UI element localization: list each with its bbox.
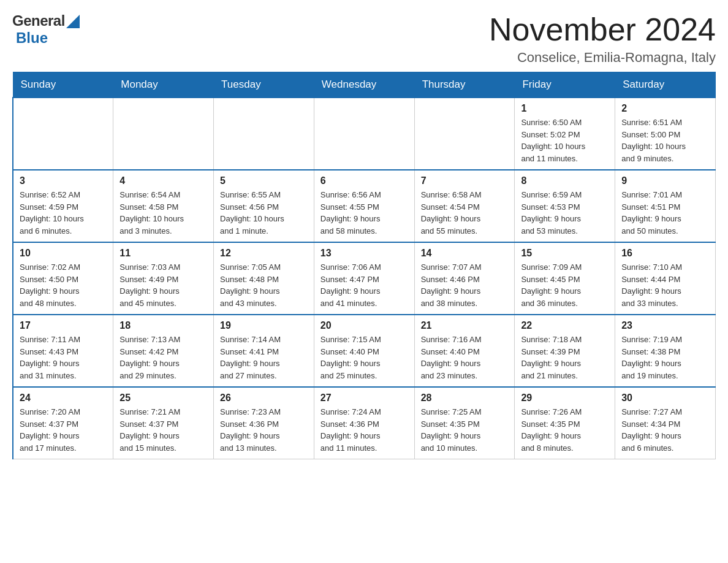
day-info: Sunrise: 6:59 AMSunset: 4:53 PMDaylight:…: [521, 189, 609, 237]
calendar-cell: [13, 98, 113, 170]
day-number: 10: [20, 248, 107, 259]
day-number: 5: [220, 175, 308, 186]
day-number: 4: [119, 175, 207, 186]
day-info: Sunrise: 7:14 AMSunset: 4:41 PMDaylight:…: [220, 334, 308, 381]
day-number: 24: [20, 393, 107, 404]
day-number: 19: [220, 320, 308, 331]
calendar-table: Sunday Monday Tuesday Wednesday Thursday…: [12, 72, 716, 459]
day-info: Sunrise: 7:15 AMSunset: 4:40 PMDaylight:…: [320, 334, 408, 381]
logo-general-text: General: [12, 12, 65, 29]
day-number: 29: [521, 393, 609, 404]
day-info: Sunrise: 7:11 AMSunset: 4:43 PMDaylight:…: [20, 334, 107, 381]
day-info: Sunrise: 6:54 AMSunset: 4:58 PMDaylight:…: [119, 189, 207, 237]
calendar-cell: 20Sunrise: 7:15 AMSunset: 4:40 PMDayligh…: [314, 315, 414, 387]
page-header: General Blue November 2024 Conselice, Em…: [12, 12, 716, 66]
calendar-cell: 9Sunrise: 7:01 AMSunset: 4:51 PMDaylight…: [615, 170, 716, 242]
header-sunday: Sunday: [13, 72, 113, 98]
day-info: Sunrise: 7:21 AMSunset: 4:37 PMDaylight:…: [119, 406, 207, 454]
day-info: Sunrise: 7:03 AMSunset: 4:49 PMDaylight:…: [119, 261, 207, 309]
day-number: 12: [220, 248, 308, 259]
calendar-cell: 18Sunrise: 7:13 AMSunset: 4:42 PMDayligh…: [113, 315, 214, 387]
day-number: 9: [621, 175, 709, 186]
calendar-cell: 28Sunrise: 7:25 AMSunset: 4:35 PMDayligh…: [414, 387, 515, 459]
calendar-cell: 19Sunrise: 7:14 AMSunset: 4:41 PMDayligh…: [214, 315, 314, 387]
header-saturday: Saturday: [615, 72, 716, 98]
day-info: Sunrise: 6:51 AMSunset: 5:00 PMDaylight:…: [621, 117, 709, 164]
day-number: 22: [521, 320, 609, 331]
day-number: 30: [621, 393, 709, 404]
day-info: Sunrise: 7:10 AMSunset: 4:44 PMDaylight:…: [621, 261, 709, 309]
calendar-cell: 24Sunrise: 7:20 AMSunset: 4:37 PMDayligh…: [13, 387, 113, 459]
calendar-cell: [113, 98, 214, 170]
day-info: Sunrise: 6:50 AMSunset: 5:02 PMDaylight:…: [521, 117, 609, 164]
day-number: 28: [421, 393, 509, 404]
calendar-cell: 26Sunrise: 7:23 AMSunset: 4:36 PMDayligh…: [214, 387, 314, 459]
calendar-cell: 14Sunrise: 7:07 AMSunset: 4:46 PMDayligh…: [414, 242, 515, 315]
calendar-cell: 29Sunrise: 7:26 AMSunset: 4:35 PMDayligh…: [515, 387, 615, 459]
header-thursday: Thursday: [414, 72, 515, 98]
day-info: Sunrise: 6:56 AMSunset: 4:55 PMDaylight:…: [320, 189, 408, 237]
day-number: 14: [421, 248, 509, 259]
day-number: 15: [521, 248, 609, 259]
week-row-2: 3Sunrise: 6:52 AMSunset: 4:59 PMDaylight…: [13, 170, 716, 242]
day-info: Sunrise: 7:02 AMSunset: 4:50 PMDaylight:…: [20, 261, 107, 309]
calendar-cell: 3Sunrise: 6:52 AMSunset: 4:59 PMDaylight…: [13, 170, 113, 242]
day-number: 25: [119, 393, 207, 404]
logo-triangle-icon: [66, 15, 80, 28]
day-number: 18: [119, 320, 207, 331]
calendar-cell: 25Sunrise: 7:21 AMSunset: 4:37 PMDayligh…: [113, 387, 214, 459]
calendar-cell: [314, 98, 414, 170]
day-info: Sunrise: 7:13 AMSunset: 4:42 PMDaylight:…: [119, 334, 207, 381]
day-number: 2: [621, 103, 709, 114]
day-info: Sunrise: 7:09 AMSunset: 4:45 PMDaylight:…: [521, 261, 609, 309]
header-tuesday: Tuesday: [214, 72, 314, 98]
day-number: 20: [320, 320, 408, 331]
day-info: Sunrise: 6:52 AMSunset: 4:59 PMDaylight:…: [20, 189, 107, 237]
day-number: 1: [521, 103, 609, 114]
week-row-3: 10Sunrise: 7:02 AMSunset: 4:50 PMDayligh…: [13, 242, 716, 315]
day-number: 21: [421, 320, 509, 331]
calendar-cell: 21Sunrise: 7:16 AMSunset: 4:40 PMDayligh…: [414, 315, 515, 387]
day-info: Sunrise: 7:20 AMSunset: 4:37 PMDaylight:…: [20, 406, 107, 454]
day-number: 3: [20, 175, 107, 186]
day-number: 8: [521, 175, 609, 186]
calendar-cell: 13Sunrise: 7:06 AMSunset: 4:47 PMDayligh…: [314, 242, 414, 315]
calendar-cell: 2Sunrise: 6:51 AMSunset: 5:00 PMDaylight…: [615, 98, 716, 170]
calendar-cell: 30Sunrise: 7:27 AMSunset: 4:34 PMDayligh…: [615, 387, 716, 459]
calendar-cell: 23Sunrise: 7:19 AMSunset: 4:38 PMDayligh…: [615, 315, 716, 387]
header-friday: Friday: [515, 72, 615, 98]
day-number: 7: [421, 175, 509, 186]
header-wednesday: Wednesday: [314, 72, 414, 98]
day-info: Sunrise: 7:23 AMSunset: 4:36 PMDaylight:…: [220, 406, 308, 454]
day-info: Sunrise: 7:19 AMSunset: 4:38 PMDaylight:…: [621, 334, 709, 381]
week-row-1: 1Sunrise: 6:50 AMSunset: 5:02 PMDaylight…: [13, 98, 716, 170]
title-section: November 2024 Conselice, Emilia-Romagna,…: [489, 12, 716, 66]
calendar-cell: 17Sunrise: 7:11 AMSunset: 4:43 PMDayligh…: [13, 315, 113, 387]
day-info: Sunrise: 6:55 AMSunset: 4:56 PMDaylight:…: [220, 189, 308, 237]
month-title: November 2024: [489, 12, 716, 47]
day-info: Sunrise: 6:58 AMSunset: 4:54 PMDaylight:…: [421, 189, 509, 237]
calendar-cell: 10Sunrise: 7:02 AMSunset: 4:50 PMDayligh…: [13, 242, 113, 315]
day-number: 26: [220, 393, 308, 404]
day-info: Sunrise: 7:26 AMSunset: 4:35 PMDaylight:…: [521, 406, 609, 454]
weekday-header-row: Sunday Monday Tuesday Wednesday Thursday…: [13, 72, 716, 98]
day-info: Sunrise: 7:06 AMSunset: 4:47 PMDaylight:…: [320, 261, 408, 309]
day-number: 17: [20, 320, 107, 331]
week-row-5: 24Sunrise: 7:20 AMSunset: 4:37 PMDayligh…: [13, 387, 716, 459]
day-number: 6: [320, 175, 408, 186]
calendar-cell: 12Sunrise: 7:05 AMSunset: 4:48 PMDayligh…: [214, 242, 314, 315]
calendar-cell: 15Sunrise: 7:09 AMSunset: 4:45 PMDayligh…: [515, 242, 615, 315]
calendar-cell: 6Sunrise: 6:56 AMSunset: 4:55 PMDaylight…: [314, 170, 414, 242]
day-info: Sunrise: 7:27 AMSunset: 4:34 PMDaylight:…: [621, 406, 709, 454]
week-row-4: 17Sunrise: 7:11 AMSunset: 4:43 PMDayligh…: [13, 315, 716, 387]
day-number: 13: [320, 248, 408, 259]
location-title: Conselice, Emilia-Romagna, Italy: [489, 50, 716, 66]
calendar-cell: 7Sunrise: 6:58 AMSunset: 4:54 PMDaylight…: [414, 170, 515, 242]
logo-blue-text: Blue: [16, 29, 48, 46]
day-number: 16: [621, 248, 709, 259]
day-info: Sunrise: 7:01 AMSunset: 4:51 PMDaylight:…: [621, 189, 709, 237]
calendar-cell: 22Sunrise: 7:18 AMSunset: 4:39 PMDayligh…: [515, 315, 615, 387]
calendar-cell: 5Sunrise: 6:55 AMSunset: 4:56 PMDaylight…: [214, 170, 314, 242]
day-number: 27: [320, 393, 408, 404]
day-info: Sunrise: 7:25 AMSunset: 4:35 PMDaylight:…: [421, 406, 509, 454]
